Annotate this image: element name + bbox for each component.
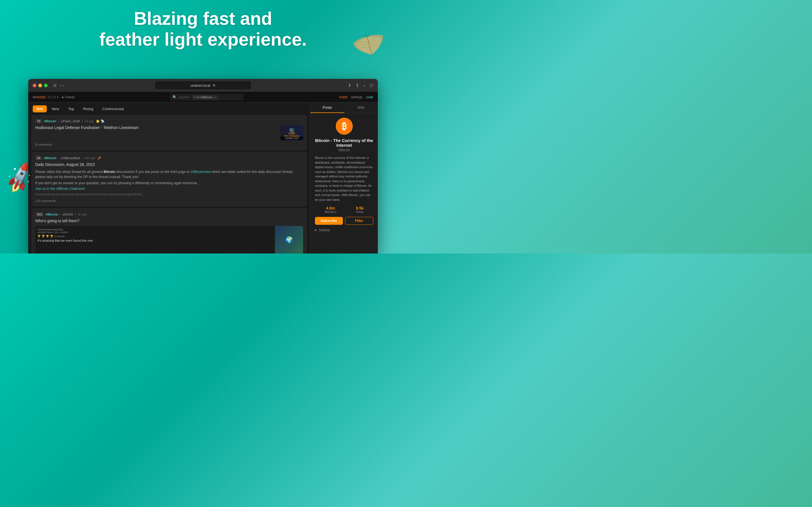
chatroom-link[interactable]: Join us in the r/Bitcoin Chatroom! (35, 187, 303, 191)
post-meta: 28 r/Bitcoin • u/rBitcoinMod • 19h ago 📌 (35, 156, 303, 160)
sidebar-tabs: Posts Wiki (310, 103, 378, 113)
subreddit-link[interactable]: r/Bitcoin (44, 119, 56, 123)
subreddit-description: Bitcoin is the currency of the Internet:… (315, 156, 373, 202)
subreddit-name: r/Bitcoin (315, 148, 373, 152)
search-input-wrapper[interactable]: 🔍 Search ✓ in /r/Bitcoin → (170, 94, 244, 101)
close-button[interactable] (33, 83, 36, 87)
scope-text: in /r/Bitcoin (197, 96, 212, 99)
sidebar-section[interactable]: Sidebar (315, 228, 373, 232)
sort-tabs: Hot New Top Rising Controversial (28, 103, 310, 115)
maximize-button[interactable] (44, 83, 48, 87)
check-icon: ✓ (194, 96, 196, 99)
user-link[interactable]: u/hnr01 (63, 213, 73, 216)
share-icon[interactable]: ⬆ (356, 83, 359, 88)
sidebar-content: ₿ Bitcoin - The Currency of the Internet… (310, 113, 378, 237)
sidebar-section-label: Sidebar (319, 228, 330, 232)
app-bar-actions: reddit settings code (339, 95, 373, 99)
feeds-label: Feeds (65, 95, 74, 99)
members-value: 4.5m (325, 206, 337, 210)
stats-row: 4.5m Members 9.5k Active (315, 206, 373, 214)
hero-section: Blazing fast and feather light experienc… (0, 0, 406, 50)
settings-link[interactable]: settings (351, 95, 363, 99)
subreddit-link[interactable]: r/Bitcoin (44, 156, 56, 160)
traffic-lights (33, 83, 48, 87)
download-icon[interactable]: ⬇ (348, 83, 352, 88)
logo-lib: lib (33, 95, 36, 99)
subreddit-icon: ₿ (336, 118, 353, 135)
browser-chrome: ⊞ ‹ › umbrel.local ↻ ⬇ ⬆ + ⊡ (28, 79, 378, 92)
post-content: Please utilize this sticky thread for al… (35, 169, 303, 179)
search-icon: 🔍 (172, 95, 177, 99)
post-content-2: If you don't get an answer to your quest… (35, 180, 303, 186)
feeds-button[interactable]: Feeds (62, 95, 74, 99)
feather-icon (350, 34, 389, 57)
address-bar[interactable]: umbrel.local ↻ (155, 81, 251, 89)
logo-reddit: reddit. (36, 95, 47, 99)
post-body: Hodlonaut Legal Defense Fundraiser - Tel… (35, 125, 303, 140)
vote-count: 28 (35, 156, 42, 160)
post-age: 19h ago (84, 156, 96, 160)
tab-posts[interactable]: Posts (310, 103, 344, 113)
tab-posts-label: Posts (322, 105, 332, 110)
browser-window: ⊞ ‹ › umbrel.local ↻ ⬇ ⬆ + ⊡ libreddit. … (28, 79, 378, 253)
vote-count: 70 (35, 119, 42, 123)
app-bar: libreddit. v0.22.8 Feeds 🔍 Search ✓ in /… (28, 92, 378, 103)
embedded-post: r/Damnthatsinterestingu/Darth-Pinie • 2h… (35, 226, 303, 253)
tab-wiki-label: Wiki (357, 105, 364, 110)
user-link[interactable]: u/rBitcoinMod (61, 156, 80, 160)
browser-actions: ⬇ ⬆ + ⊡ (348, 83, 373, 88)
post-card[interactable]: 922 r/Bitcoin • u/hnr01 • 4h ago Who's g… (32, 209, 307, 253)
vote-count: 922 (35, 212, 44, 217)
app-logo: libreddit. v0.22.8 (33, 95, 59, 99)
filter-button[interactable]: Filter (345, 217, 373, 225)
search-bar: 🔍 Search ✓ in /r/Bitcoin → (78, 94, 336, 101)
sidebar-actions: Subscribe Filter (315, 217, 373, 225)
reddit-link[interactable]: reddit (339, 95, 348, 99)
post-age: 2d ago (85, 119, 94, 123)
members-label: Members (325, 210, 337, 214)
post-title: Daily Discussion, August 28, 2022 (35, 162, 303, 168)
duplicate-icon[interactable]: ⊡ (370, 83, 373, 88)
post-comments[interactable]: 110 comments (35, 199, 303, 203)
post-thumbnail: 📺 LIVE TELETHON rumble.com (281, 125, 303, 140)
scope-arrow: → (213, 96, 216, 99)
tab-wiki[interactable]: Wiki (344, 103, 378, 113)
post-card[interactable]: 28 r/Bitcoin • u/rBitcoinMod • 19h ago 📌… (32, 152, 307, 206)
thumbnail-site: rumble.com (281, 136, 303, 140)
post-card[interactable]: 70 r/Bitcoin • u/Fiach_Dubh • 2d ago 🌟 📡… (32, 115, 307, 150)
hero-title: Blazing fast and feather light experienc… (0, 8, 406, 50)
post-title: Who's going to tell them? (35, 218, 303, 224)
tab-rising[interactable]: Rising (79, 105, 97, 112)
hero-line2: feather light experience. (99, 29, 307, 50)
subreddit-title: Bitcoin - The Currency of the Internet (315, 138, 373, 148)
search-scope: ✓ in /r/Bitcoin → (192, 95, 218, 100)
main-content: Hot New Top Rising Controversial 70 r/Bi… (28, 103, 378, 253)
user-link[interactable]: u/Fiach_Dubh (61, 119, 80, 123)
tab-hot[interactable]: Hot (33, 105, 47, 112)
code-link[interactable]: code (366, 95, 373, 99)
earth-thumbnail: 🌍 (275, 226, 303, 253)
sidebar: Posts Wiki ₿ Bitcoin - The Currency of t… (310, 103, 378, 253)
forward-button[interactable]: › (63, 83, 64, 88)
post-meta: 922 r/Bitcoin • u/hnr01 • 4h ago (35, 212, 303, 217)
new-tab-icon[interactable]: + (363, 83, 366, 88)
address-text: umbrel.local (190, 83, 210, 88)
tab-controversial[interactable]: Controversial (98, 105, 128, 112)
post-meta: 70 r/Bitcoin • u/Fiach_Dubh • 2d ago 🌟 📡 (35, 119, 303, 123)
tab-new[interactable]: New (48, 105, 63, 112)
search-placeholder: Search (179, 95, 190, 99)
tab-top[interactable]: Top (64, 105, 78, 112)
minimize-button[interactable] (38, 83, 42, 87)
subreddit-link[interactable]: r/Bitcoin (45, 213, 58, 216)
subscribe-button[interactable]: Subscribe (315, 217, 343, 225)
active-stat: 9.5k Active (356, 206, 363, 214)
hero-line1: Blazing fast and (134, 8, 272, 29)
app-version: v0.22.8 (48, 95, 59, 99)
post-comments[interactable]: 8 comments (35, 143, 303, 146)
refresh-icon[interactable]: ↻ (213, 83, 216, 88)
back-button[interactable]: ‹ (60, 83, 61, 88)
sidebar-toggle-icon[interactable]: ⊞ (53, 83, 57, 88)
active-label: Active (356, 210, 363, 214)
post-age: 4h ago (78, 213, 87, 216)
bitcoin-icon: ₿ (342, 121, 347, 131)
